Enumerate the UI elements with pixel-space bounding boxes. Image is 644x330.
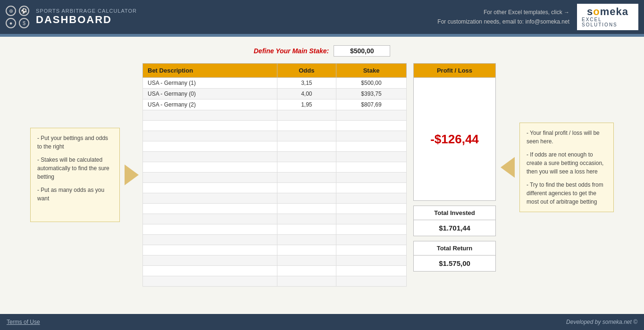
total-return-value: $1.575,00 (414, 256, 495, 271)
cell-stake (336, 141, 407, 152)
instruction-left-3: - Put as many odds as you want (37, 186, 113, 203)
footer: Terms of Use Developed by someka.net © (0, 314, 644, 330)
cell-odds (277, 152, 336, 162)
cell-description (143, 110, 277, 121)
cell-stake (336, 121, 407, 131)
total-invested-value: $1.701,44 (414, 220, 495, 236)
table-row[interactable] (143, 173, 407, 183)
header-title-block: SPORTS ARBITRAGE CALCULATOR DASHBOARD (36, 8, 137, 26)
table-row[interactable] (143, 193, 407, 204)
total-return-label: Total Return (414, 241, 495, 256)
cell-odds (277, 162, 336, 173)
cell-odds (277, 204, 336, 214)
cell-odds (277, 121, 336, 131)
header-info-line1: For other Excel templates, click → (437, 8, 569, 17)
profit-loss-header: Profit / Loss (414, 64, 495, 78)
cell-description (143, 193, 277, 204)
cell-odds (277, 266, 336, 276)
header-right: For other Excel templates, click → For c… (437, 4, 638, 30)
stake-input[interactable]: $500,00 (334, 45, 390, 57)
stake-label: Define Your Main Stake: (254, 47, 329, 55)
cell-odds (277, 183, 336, 193)
table-row[interactable] (143, 183, 407, 193)
icon-globe: ⊕ (6, 6, 16, 16)
cell-odds (277, 141, 336, 152)
table-row[interactable] (143, 141, 407, 152)
cell-description (143, 224, 277, 235)
table-row[interactable]: USA - Germany (1)3,15$500,00 (143, 78, 407, 89)
header-left: ⊕ ⚽ ● $ SPORTS ARBITRAGE CALCULATOR DASH… (6, 6, 137, 28)
cell-stake (336, 224, 407, 235)
table-row[interactable] (143, 245, 407, 256)
cell-stake (336, 276, 407, 287)
terms-of-use-link[interactable]: Terms of Use (7, 319, 40, 325)
cell-odds: 3,15 (277, 78, 336, 89)
header: ⊕ ⚽ ● $ SPORTS ARBITRAGE CALCULATOR DASH… (0, 0, 644, 34)
main-content: Define Your Main Stake: $500,00 - Put yo… (0, 37, 644, 314)
cell-stake: $807,69 (336, 99, 407, 110)
col-header-odds: Odds (277, 64, 336, 78)
cell-stake (336, 245, 407, 256)
instruction-left-2: - Stakes will be calculated automaticall… (37, 156, 113, 181)
cell-description (143, 256, 277, 266)
logo-text: someka (587, 7, 628, 17)
bet-table: Bet Description Odds Stake USA - Germany… (142, 63, 407, 287)
table-row[interactable] (143, 276, 407, 287)
table-row[interactable] (143, 214, 407, 224)
header-info: For other Excel templates, click → For c… (437, 8, 569, 27)
table-row[interactable] (143, 256, 407, 266)
table-row[interactable] (143, 110, 407, 121)
cell-odds (277, 173, 336, 183)
logo-sub: Excel Solutions (582, 17, 634, 27)
cell-description: USA - Germany (1) (143, 78, 277, 89)
content-area: - Put your bettings and odds to the righ… (9, 63, 635, 287)
cell-odds: 1,95 (277, 99, 336, 110)
icon-bullet: ● (6, 18, 16, 28)
table-row[interactable] (143, 131, 407, 141)
cell-description (143, 183, 277, 193)
table-row[interactable] (143, 266, 407, 276)
cell-stake (336, 162, 407, 173)
total-invested-label: Total Invested (414, 206, 495, 220)
table-row[interactable]: USA - Germany (2)1,95$807,69 (143, 99, 407, 110)
cell-description (143, 204, 277, 214)
cell-odds (277, 235, 336, 245)
profit-value: -$126,44 (430, 132, 479, 147)
logo-box: someka Excel Solutions (577, 4, 638, 30)
table-row[interactable] (143, 235, 407, 245)
right-section: Profit / Loss -$126,44 Total Invested $1… (413, 63, 614, 272)
header-title: DASHBOARD (36, 14, 137, 26)
cell-description (143, 173, 277, 183)
total-return-box: Total Return $1.575,00 (413, 241, 496, 272)
cell-odds (277, 245, 336, 256)
table-row[interactable]: USA - Germany (0)4,00$393,75 (143, 89, 407, 99)
cell-stake (336, 235, 407, 245)
instruction-left-1: - Put your bettings and odds to the righ… (37, 134, 113, 151)
cell-stake (336, 131, 407, 141)
total-invested-box: Total Invested $1.701,44 (413, 206, 496, 236)
cell-description (143, 162, 277, 173)
cell-stake (336, 204, 407, 214)
cell-stake (336, 183, 407, 193)
arrow-shape (125, 165, 139, 185)
cell-description (143, 235, 277, 245)
cell-description (143, 245, 277, 256)
table-row[interactable] (143, 121, 407, 131)
bet-table-container: Bet Description Odds Stake USA - Germany… (142, 63, 407, 287)
table-row[interactable] (143, 204, 407, 214)
table-row[interactable] (143, 152, 407, 162)
cell-stake: $393,75 (336, 89, 407, 99)
cell-description (143, 121, 277, 131)
profit-column: Profit / Loss -$126,44 Total Invested $1… (413, 63, 496, 272)
cell-odds (277, 131, 336, 141)
cell-description (143, 131, 277, 141)
instruction-right-2: - If odds are not enough to create a sur… (527, 150, 607, 176)
table-row[interactable] (143, 162, 407, 173)
icon-soccer: ⚽ (19, 6, 29, 16)
arrow-right-icon (125, 165, 139, 185)
table-row[interactable] (143, 224, 407, 235)
header-subtitle: SPORTS ARBITRAGE CALCULATOR (36, 8, 137, 14)
col-header-description: Bet Description (143, 64, 277, 78)
cell-odds (277, 256, 336, 266)
cell-stake (336, 256, 407, 266)
